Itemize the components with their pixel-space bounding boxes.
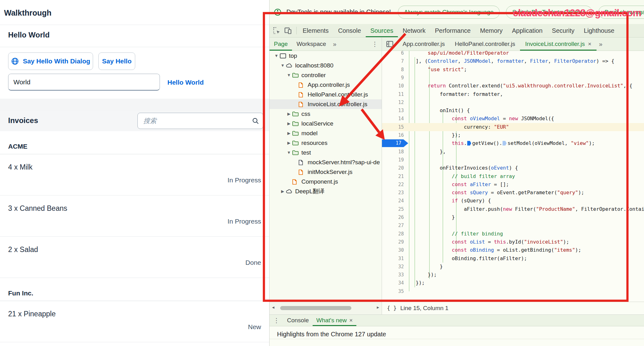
tree-item-top[interactable]: ▼top [270, 51, 382, 61]
code-line-29[interactable]: 29 const oList = this.byId("invoiceList"… [382, 238, 644, 246]
line-number[interactable]: 31 [382, 255, 404, 263]
tree-expander-icon[interactable]: ▼ [286, 73, 291, 77]
editor-tab-app-controller-js[interactable]: App.controller.js [398, 37, 450, 51]
line-number[interactable]: 21 [382, 172, 404, 180]
devtools-tab-memory[interactable]: Memory [475, 24, 507, 37]
code-line-16[interactable]: 16 }); [382, 131, 644, 139]
code-line-12[interactable]: 12 [382, 98, 644, 106]
devtools-tab-lighthouse[interactable]: Lighthouse [579, 24, 619, 37]
code-line-17[interactable]: 17 this.getView().setModel(oViewModel, "… [382, 139, 644, 147]
tree-item-resources[interactable]: ▶resources [270, 138, 382, 148]
more-editor-tabs-icon[interactable]: » [597, 41, 605, 48]
sidebar-tab-page[interactable]: Page [270, 37, 292, 51]
code-line-15[interactable]: 15 currency: "EUR" [382, 123, 644, 131]
toggle-navigator-icon[interactable] [382, 40, 398, 48]
drawer-tab-console[interactable]: Console [283, 315, 313, 326]
code-line-27[interactable]: 27 [382, 221, 644, 230]
tree-expander-icon[interactable]: ▶ [286, 121, 291, 126]
line-number[interactable]: 18 [382, 148, 404, 156]
scrollbar-thumb[interactable] [280, 306, 351, 310]
tree-expander-icon[interactable]: ▶ [280, 189, 285, 194]
sidebar-kebab-menu-icon[interactable]: ⋮ [368, 40, 382, 48]
code-line-19[interactable]: 19 [382, 156, 644, 164]
code-line-26[interactable]: 26 } [382, 213, 644, 221]
line-number[interactable]: 34 [382, 279, 404, 287]
tree-horizontal-scrollbar[interactable]: ◂ ▸ [270, 302, 382, 314]
devtools-tab-network[interactable]: Network [398, 24, 430, 37]
line-number[interactable]: 13 [382, 106, 404, 115]
code-line-11[interactable]: 11 formatter: formatter, [382, 90, 644, 98]
invoice-list-item[interactable]: 4 x MilkIn Progress [0, 154, 269, 195]
tree-item-app-controller-js[interactable]: App.controller.js [270, 80, 382, 90]
search-icon[interactable] [252, 117, 259, 125]
close-tab-icon[interactable]: × [588, 41, 592, 47]
tree-expander-icon[interactable]: ▶ [286, 111, 291, 116]
line-number[interactable]: 22 [382, 180, 404, 189]
pretty-print-icon[interactable]: { } [387, 305, 397, 311]
tree-item-test[interactable]: ▼test [270, 148, 382, 157]
tree-item-deepl-[interactable]: ▶DeepL翻译 [270, 186, 382, 196]
line-number[interactable]: 9 [382, 74, 404, 82]
devtools-tab-elements[interactable]: Elements [298, 24, 333, 37]
code-line-21[interactable]: 21 // build filter array [382, 172, 644, 180]
tree-item-mockserver-html-sap-ui-de[interactable]: mockServer.html?sap-ui-de [270, 157, 382, 167]
code-line-32[interactable]: 32 } [382, 263, 644, 271]
say-hello-button[interactable]: Say Hello [98, 52, 135, 70]
line-number[interactable]: 6 [382, 51, 404, 57]
line-number[interactable]: 20 [382, 164, 404, 172]
code-line-34[interactable]: 34}); [382, 279, 644, 287]
code-editor[interactable]: 6 sap/ui/model/FilterOperator7], (Contro… [382, 51, 644, 302]
line-number[interactable]: 11 [382, 90, 404, 98]
line-number[interactable]: 12 [382, 98, 404, 106]
devtools-tab-sources[interactable]: Sources [366, 24, 398, 37]
tree-item-hellopanel-controller-js[interactable]: HelloPanel.controller.js [270, 90, 382, 99]
code-line-25[interactable]: 25 aFilter.push(new Filter("ProductName"… [382, 205, 644, 213]
code-line-18[interactable]: 18 }, [382, 148, 644, 156]
name-input[interactable] [8, 74, 160, 91]
code-line-10[interactable]: 10 return Controller.extend("ui5.walkthr… [382, 82, 644, 90]
scroll-left-icon[interactable]: ◂ [272, 304, 275, 310]
inline-breakpoint-active-icon[interactable] [467, 141, 471, 146]
line-number[interactable]: 8 [382, 66, 404, 74]
tree-item-component-js[interactable]: Component.js [270, 177, 382, 186]
inline-breakpoint-icon[interactable] [503, 141, 507, 146]
line-17-breakpoint-flag[interactable]: 17 [382, 139, 408, 147]
tree-item-invoicelist-controller-js[interactable]: InvoiceList.controller.js [270, 99, 382, 109]
line-number[interactable]: 25 [382, 205, 404, 213]
code-line-35[interactable]: 35 [382, 287, 644, 295]
scroll-right-icon[interactable]: ▸ [377, 304, 379, 310]
switch-devtools-chinese-button[interactable]: Switch DevTools to Chinese [506, 6, 592, 19]
code-line-9[interactable]: 9 [382, 74, 644, 82]
line-number[interactable]: 29 [382, 238, 404, 246]
code-line-24[interactable]: 24 if (sQuery) { [382, 197, 644, 205]
editor-tab-hellopanel-controller-js[interactable]: HelloPanel.controller.js [450, 37, 520, 51]
line-number[interactable]: 32 [382, 263, 404, 271]
whats-new-title[interactable]: Highlights from the Chrome 127 update [277, 331, 386, 338]
code-line-30[interactable]: 30 const oBinding = oList.getBinding("it… [382, 246, 644, 254]
tree-item-model[interactable]: ▶model [270, 128, 382, 138]
code-line-14[interactable]: 14 const oViewModel = new JSONModel({ [382, 115, 644, 123]
say-hello-with-dialog-button[interactable]: Say Hello With Dialog [8, 52, 93, 70]
devtools-tab-console[interactable]: Console [333, 24, 365, 37]
devtools-tab-security[interactable]: Security [547, 24, 579, 37]
line-number[interactable]: 16 [382, 131, 404, 139]
code-line-33[interactable]: 33 }); [382, 271, 644, 279]
line-number[interactable]: 24 [382, 197, 404, 205]
tree-item-css[interactable]: ▶css [270, 109, 382, 119]
editor-tab-invoicelist-controller-js[interactable]: InvoiceList.controller.js× [520, 37, 596, 51]
line-number[interactable]: 19 [382, 156, 404, 164]
code-line-8[interactable]: 8 "use strict"; [382, 66, 644, 74]
tree-expander-icon[interactable]: ▼ [280, 63, 285, 68]
line-number[interactable]: 30 [382, 246, 404, 254]
inspect-element-icon[interactable] [273, 27, 281, 35]
drawer-kebab-menu-icon[interactable]: ⋮ [270, 317, 283, 324]
invoice-search-box[interactable] [137, 113, 263, 129]
sidebar-tab-workspace[interactable]: Workspace [292, 37, 330, 51]
code-line-23[interactable]: 23 const sQuery = oEvent.getParameter("q… [382, 189, 644, 197]
close-drawer-tab-icon[interactable]: × [349, 317, 353, 324]
line-number[interactable]: 27 [382, 221, 404, 230]
line-number[interactable]: 10 [382, 82, 404, 90]
line-number[interactable]: 23 [382, 189, 404, 197]
invoice-list-item[interactable]: 21 x PineappleNew [0, 301, 269, 342]
invoice-search-input[interactable] [143, 117, 252, 125]
